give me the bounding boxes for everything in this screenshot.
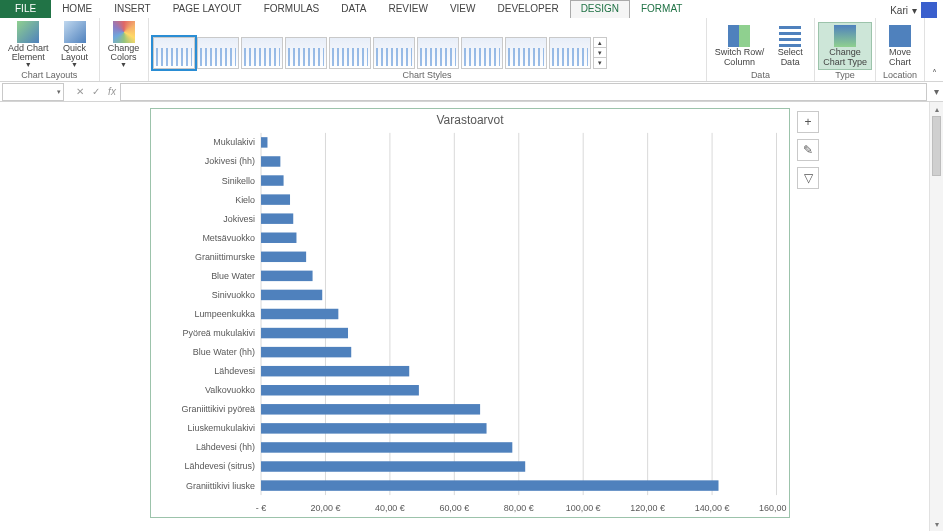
tab-formulas[interactable]: FORMULAS: [253, 0, 331, 18]
group-chart-layouts: Add ChartElement ▼ QuickLayout ▼ Chart L…: [0, 18, 100, 81]
bar[interactable]: [261, 423, 487, 433]
bar[interactable]: [261, 175, 284, 185]
name-box[interactable]: ▾: [2, 83, 64, 101]
category-label: Valkovuokko: [205, 385, 255, 395]
tab-format[interactable]: FORMAT: [630, 0, 693, 18]
x-tick-label: 40,00 €: [375, 503, 405, 513]
gallery-down-button[interactable]: ▾: [594, 48, 606, 58]
chart-styles-button[interactable]: ✎: [797, 139, 819, 161]
tab-view[interactable]: VIEW: [439, 0, 487, 18]
quick-layout-button[interactable]: QuickLayout ▼: [55, 19, 95, 69]
select-data-icon: [779, 25, 801, 47]
cancel-formula-button[interactable]: ✕: [72, 86, 88, 97]
group-chart-styles: ▴ ▾ ▾ Chart Styles: [149, 18, 707, 81]
add-chart-element-button[interactable]: Add ChartElement ▼: [4, 19, 53, 69]
chevron-down-icon: ▼: [25, 63, 32, 67]
tab-developer[interactable]: DEVELOPER: [486, 0, 569, 18]
chart-style-thumb[interactable]: [197, 37, 239, 69]
category-label: Lähdevesi: [214, 366, 255, 376]
x-tick-label: 100,00 €: [566, 503, 601, 513]
group-type: ChangeChart Type Type: [815, 18, 876, 81]
tab-file[interactable]: FILE: [0, 0, 51, 18]
chart-style-thumb[interactable]: [373, 37, 415, 69]
bar[interactable]: [261, 137, 267, 147]
change-chart-type-button[interactable]: ChangeChart Type: [819, 23, 871, 69]
worksheet[interactable]: Varastoarvot - €20,00 €40,00 €60,00 €80,…: [0, 102, 943, 531]
palette-icon: [113, 21, 135, 43]
category-label: Kielo: [235, 195, 255, 205]
chart-elements-button[interactable]: +: [797, 111, 819, 133]
gallery-more-button[interactable]: ▾: [594, 58, 606, 68]
chart-style-thumb[interactable]: [285, 37, 327, 69]
bar[interactable]: [261, 252, 306, 262]
category-label: Graniittikivi pyöreä: [182, 404, 256, 414]
collapse-ribbon-button[interactable]: ˄: [925, 18, 943, 81]
category-label: Pyöreä mukulakivi: [183, 328, 256, 338]
avatar: [921, 2, 937, 18]
bar[interactable]: [261, 347, 351, 357]
category-label: Jokivesi (hh): [205, 156, 255, 166]
category-label: Lumpeenkukka: [194, 309, 255, 319]
tab-insert[interactable]: INSERT: [103, 0, 162, 18]
tab-page-layout[interactable]: PAGE LAYOUT: [162, 0, 253, 18]
group-label: Type: [819, 69, 871, 80]
scroll-up-button[interactable]: ▴: [930, 102, 943, 116]
chart-style-thumb[interactable]: [549, 37, 591, 69]
scroll-thumb[interactable]: [932, 116, 941, 176]
bar[interactable]: [261, 156, 280, 166]
bar[interactable]: [261, 309, 338, 319]
chart-filters-button[interactable]: ▽: [797, 167, 819, 189]
bar[interactable]: [261, 385, 419, 395]
bar[interactable]: [261, 290, 322, 300]
chart-style-thumb[interactable]: [417, 37, 459, 69]
bar[interactable]: [261, 366, 409, 376]
chart-style-thumb[interactable]: [461, 37, 503, 69]
scroll-down-button[interactable]: ▾: [930, 517, 943, 531]
chart-floating-tools: + ✎ ▽: [797, 111, 819, 189]
chart-style-thumb[interactable]: [153, 37, 195, 69]
vertical-scrollbar[interactable]: ▴ ▾: [929, 102, 943, 531]
bar[interactable]: [261, 480, 718, 490]
fx-button[interactable]: fx: [104, 86, 120, 97]
enter-formula-button[interactable]: ✓: [88, 86, 104, 97]
x-tick-label: 160,00 €: [759, 503, 789, 513]
tab-review[interactable]: REVIEW: [377, 0, 438, 18]
bar[interactable]: [261, 232, 296, 242]
account-menu[interactable]: Kari ▾: [884, 0, 943, 18]
chevron-down-icon: ▼: [120, 63, 127, 67]
chart-object[interactable]: Varastoarvot - €20,00 €40,00 €60,00 €80,…: [150, 108, 790, 518]
chart-style-thumb[interactable]: [329, 37, 371, 69]
switch-row-column-button[interactable]: Switch Row/Column: [711, 23, 769, 69]
bar[interactable]: [261, 194, 290, 204]
category-label: Blue Water: [211, 271, 255, 281]
tab-home[interactable]: HOME: [51, 0, 103, 18]
bar[interactable]: [261, 442, 512, 452]
group-label: Location: [880, 69, 920, 80]
formula-bar: ▾ ✕ ✓ fx ▾: [0, 82, 943, 102]
x-tick-label: 20,00 €: [311, 503, 341, 513]
gallery-up-button[interactable]: ▴: [594, 38, 606, 48]
expand-formula-bar-button[interactable]: ▾: [929, 86, 943, 97]
category-label: Sinikello: [222, 176, 255, 186]
bar[interactable]: [261, 328, 348, 338]
chart-plot[interactable]: - €20,00 €40,00 €60,00 €80,00 €100,00 €1…: [151, 109, 789, 517]
bar[interactable]: [261, 404, 480, 414]
category-label: Mukulakivi: [213, 137, 255, 147]
tab-data[interactable]: DATA: [330, 0, 377, 18]
change-colors-button[interactable]: ChangeColors ▼: [104, 19, 144, 69]
ribbon: Add ChartElement ▼ QuickLayout ▼ Chart L…: [0, 18, 943, 82]
bar[interactable]: [261, 461, 525, 471]
bar[interactable]: [261, 213, 293, 223]
bar[interactable]: [261, 271, 313, 281]
category-label: Graniittikivi liuske: [186, 481, 255, 491]
select-data-button[interactable]: SelectData: [770, 23, 810, 69]
tab-design[interactable]: DESIGN: [570, 0, 630, 18]
group-label: Chart Layouts: [4, 69, 95, 80]
chart-styles-gallery: ▴ ▾ ▾: [153, 35, 702, 69]
chart-style-thumb[interactable]: [505, 37, 547, 69]
formula-input[interactable]: [120, 83, 927, 101]
chart-style-thumb[interactable]: [241, 37, 283, 69]
group-location: MoveChart Location: [876, 18, 925, 81]
move-chart-button[interactable]: MoveChart: [880, 23, 920, 69]
scroll-track[interactable]: [930, 116, 943, 517]
